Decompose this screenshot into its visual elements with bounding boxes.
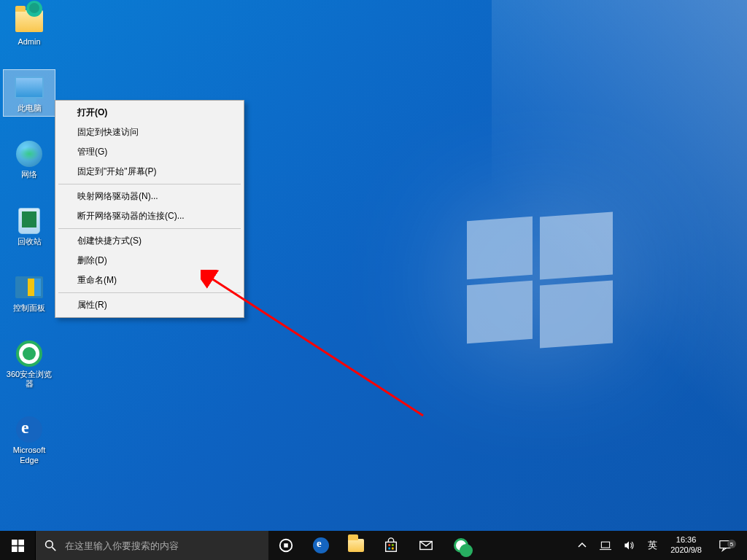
folder-icon	[348, 539, 364, 552]
taskbar-360-browser[interactable]	[444, 531, 479, 560]
svg-rect-16	[602, 542, 610, 548]
clock-date: 2020/9/8	[670, 545, 702, 556]
360-browser-icon	[15, 339, 44, 368]
taskbar-search[interactable]	[35, 531, 268, 560]
edge-icon: e	[15, 415, 44, 444]
store-icon	[383, 537, 399, 553]
svg-rect-11	[388, 544, 390, 546]
taskbar: e 英 16:36 2020/9/8 5	[0, 531, 747, 560]
tray-chevron-up[interactable]	[571, 541, 593, 550]
icon-label: Admin	[18, 37, 40, 47]
svg-rect-12	[392, 544, 394, 546]
recycle-bin-icon	[15, 206, 44, 236]
control-panel-icon	[15, 273, 44, 302]
icon-label: 此电脑	[18, 104, 42, 113]
volume-icon	[623, 540, 635, 551]
ctx-create-shortcut[interactable]: 创建快捷方式(S)	[57, 231, 242, 251]
ctx-separator	[58, 228, 241, 229]
ctx-manage[interactable]: 管理(G)	[57, 142, 242, 162]
svg-rect-2	[12, 540, 18, 545]
icon-label: 控制面板	[13, 303, 45, 313]
task-view-button[interactable]	[268, 531, 303, 560]
icon-label: Microsoft Edge	[5, 446, 53, 464]
chevron-up-icon	[578, 541, 587, 550]
desktop-icon-edge[interactable]: e Microsoft Edge	[3, 411, 55, 468]
svg-rect-14	[392, 548, 394, 550]
desktop-icon-control-panel[interactable]: 控制面板	[3, 269, 55, 316]
icon-label: 360安全浏览器	[5, 370, 53, 389]
windows-logo-icon	[12, 540, 24, 552]
svg-line-7	[52, 547, 55, 551]
search-input[interactable]	[65, 531, 268, 560]
task-view-icon	[278, 537, 294, 553]
ctx-separator	[58, 184, 241, 184]
edge-icon: e	[313, 537, 329, 553]
ctx-open[interactable]: 打开(O)	[57, 103, 242, 122]
clock-time: 16:36	[676, 535, 697, 545]
desktop-icon-recycle-bin[interactable]: 回收站	[3, 203, 55, 250]
desktop-icon-360-browser[interactable]: 360安全浏览器	[3, 335, 55, 392]
taskbar-mail[interactable]	[409, 531, 444, 560]
svg-rect-4	[12, 546, 18, 552]
notification-badge: 5	[727, 540, 736, 548]
360-browser-icon	[454, 538, 468, 553]
taskbar-store[interactable]	[374, 531, 409, 560]
svg-rect-13	[388, 548, 390, 550]
taskbar-edge[interactable]: e	[303, 531, 338, 560]
svg-rect-3	[18, 540, 24, 545]
tray-volume[interactable]	[618, 540, 640, 551]
desktop-icon-this-pc[interactable]: 此电脑	[3, 69, 55, 117]
ctx-map-network-drive[interactable]: 映射网络驱动器(N)...	[57, 187, 242, 206]
svg-rect-5	[18, 546, 24, 552]
svg-rect-10	[386, 542, 397, 551]
system-tray: 英 16:36 2020/9/8 5	[571, 531, 747, 560]
start-button[interactable]	[0, 531, 35, 560]
network-globe-icon	[15, 139, 44, 168]
annotation-arrow	[201, 270, 434, 423]
icon-label: 网络	[21, 170, 37, 179]
ctx-delete[interactable]: 删除(D)	[57, 251, 242, 271]
ctx-pin-start[interactable]: 固定到"开始"屏幕(P)	[57, 162, 242, 182]
tray-clock[interactable]: 16:36 2020/9/8	[665, 535, 708, 556]
svg-point-6	[46, 541, 53, 548]
svg-rect-9	[284, 543, 288, 548]
search-icon	[36, 540, 65, 551]
computer-icon	[15, 73, 44, 102]
folder-user-icon	[15, 7, 44, 36]
tray-ime[interactable]: 英	[641, 539, 663, 552]
network-icon	[600, 540, 611, 551]
svg-line-1	[209, 277, 423, 416]
tray-network[interactable]	[595, 540, 616, 551]
taskbar-file-explorer[interactable]	[338, 531, 374, 560]
tray-action-center[interactable]: 5	[709, 539, 741, 552]
icon-label: 回收站	[18, 237, 42, 246]
ctx-disconnect-network-drive[interactable]: 断开网络驱动器的连接(C)...	[57, 206, 242, 226]
desktop-icon-network[interactable]: 网络	[3, 136, 55, 183]
desktop-icon-admin[interactable]: Admin	[3, 3, 55, 50]
mail-icon	[418, 537, 434, 553]
ctx-pin-quick-access[interactable]: 固定到快速访问	[57, 122, 242, 142]
